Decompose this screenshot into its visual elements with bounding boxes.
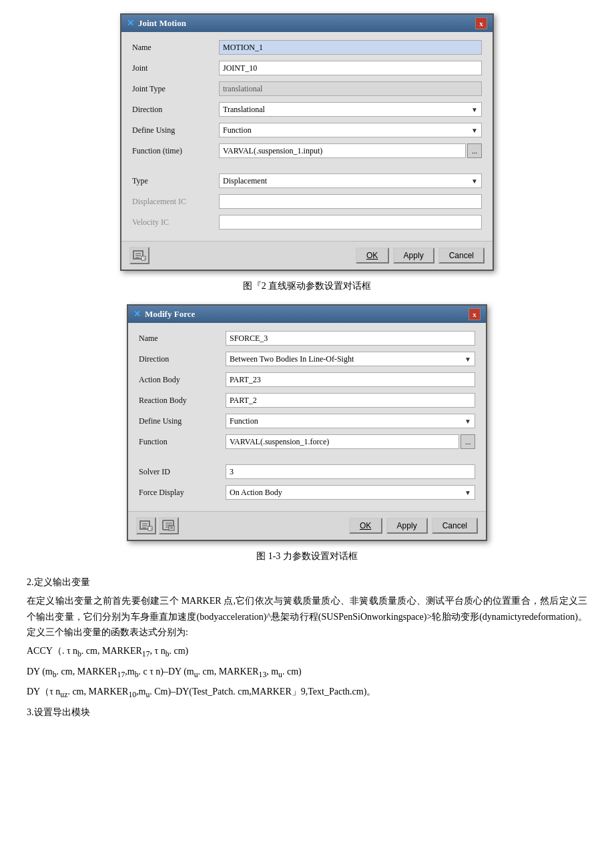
dialog1-spacer1 xyxy=(132,163,482,172)
dialog1-body: Name MOTION_1 Joint JOINT_10 Joint Type … xyxy=(121,32,493,241)
dialog1-function-time-dots-button[interactable]: ... xyxy=(467,143,482,158)
dialog1-define-using-select[interactable]: Function ▼ xyxy=(219,123,482,137)
dialog2-define-using-arrow: ▼ xyxy=(465,418,471,425)
formula2-line: DY (mb. cm, MARKER17,mb. c τ n)–DY (mu. … xyxy=(27,664,587,682)
dialog1-apply-button[interactable]: Apply xyxy=(393,248,434,264)
dialog2-icon-svg1: ✎ xyxy=(139,520,153,532)
dialog2-function-dots-button[interactable]: ... xyxy=(460,434,475,449)
dialog2-footer: ✎ OK Apply xyxy=(128,511,486,540)
dialog1-footer: ✎ OK Apply Cancel xyxy=(121,241,493,270)
dialog1-name-label: Name xyxy=(132,43,219,53)
dialog2-direction-arrow: ▼ xyxy=(465,356,471,363)
formula1-line: ACCY（. τ nb. cm, MARKER17, τ nb. cm) xyxy=(27,643,587,661)
dialog2-close-button[interactable]: x xyxy=(469,308,481,320)
dialog1-define-using-label: Define Using xyxy=(132,125,219,135)
dialog2-title-left: ✕ Modify Force xyxy=(133,309,195,320)
caption1: 图『2 直线驱动参数设置对话框 xyxy=(243,280,372,292)
dialog1-type-select[interactable]: Displacement ▼ xyxy=(219,173,482,188)
dialog1-function-time-input[interactable]: VARVAL(.suspension_1.input) xyxy=(219,143,466,158)
dialog2-icon-svg2 xyxy=(162,520,176,532)
svg-text:✎: ✎ xyxy=(143,257,145,260)
dialog1-x-icon: ✕ xyxy=(127,18,134,29)
dialog2-footer-right: OK Apply Cancel xyxy=(349,518,478,534)
dialog1-joint-type-row: Joint Type translational xyxy=(132,80,482,97)
dialog2-direction-label: Direction xyxy=(139,354,226,364)
modify-force-dialog: ✕ Modify Force x Name SFORCE_3 Direction… xyxy=(127,304,487,541)
paragraph1: 在定义输出变量之前首先要创建三个 MARKER 点,它们依次与簧载质量质心、非簧… xyxy=(27,593,587,640)
dialog2-define-using-row: Define Using Function ▼ xyxy=(139,412,475,430)
dialog2-icon-button1[interactable]: ✎ xyxy=(136,517,156,534)
dialog1-joint-type-label: Joint Type xyxy=(132,84,219,94)
dialog1-displacement-ic-row: Displacement IC xyxy=(132,193,482,210)
dialog1-footer-left: ✎ xyxy=(129,247,149,264)
dialog2-spacer1 xyxy=(139,454,475,463)
dialog1-velocity-ic-input[interactable] xyxy=(219,215,482,230)
dialog1-function-time-label: Function (time) xyxy=(132,146,219,156)
section2-title: 2.定义输出变量 xyxy=(27,574,587,590)
dialog2-function-input-wrapper: VARVAL(.suspension_1.force) ... xyxy=(226,434,475,449)
dialog2-function-label: Function xyxy=(139,437,226,447)
dialog1-function-time-row: Function (time) VARVAL(.suspension_1.inp… xyxy=(132,142,482,159)
dialog1-displacement-ic-label: Displacement IC xyxy=(132,197,219,207)
dialog1-function-time-input-wrapper: VARVAL(.suspension_1.input) ... xyxy=(219,143,482,158)
dialog1-velocity-ic-label: Velocity IC xyxy=(132,218,219,228)
dialog1-titlebar: ✕ Joint Motion x xyxy=(121,15,493,32)
formula3-text: DY（τ nuz. cm, MARKER10,mu. Cm)–DY(Test_P… xyxy=(27,687,376,697)
dialog1-title: Joint Motion xyxy=(138,18,186,29)
dialog2-body: Name SFORCE_3 Direction Between Two Bodi… xyxy=(128,323,486,511)
dialog2-ok-button[interactable]: OK xyxy=(349,518,382,534)
dialog2-action-body-row: Action Body PART_23 xyxy=(139,371,475,388)
dialog1-joint-type-value: translational xyxy=(219,81,482,96)
dialog2-title: Modify Force xyxy=(145,309,195,320)
dialog1-direction-select[interactable]: Translational ▼ xyxy=(219,102,482,117)
dialog1-ok-button[interactable]: OK xyxy=(356,248,389,264)
dialog2-name-label: Name xyxy=(139,334,226,344)
svg-text:✎: ✎ xyxy=(149,527,152,530)
dialog2-solver-id-value: 3 xyxy=(226,464,475,479)
dialog2-action-body-value: PART_23 xyxy=(226,372,475,387)
dialog1-direction-label: Direction xyxy=(132,105,219,115)
dialog1-define-using-arrow: ▼ xyxy=(471,127,478,134)
dialog2-reaction-body-row: Reaction Body PART_2 xyxy=(139,392,475,409)
dialog1-define-using-row: Define Using Function ▼ xyxy=(132,121,482,139)
dialog2-titlebar: ✕ Modify Force x xyxy=(128,306,486,323)
dialog2-reaction-body-value: PART_2 xyxy=(226,393,475,408)
dialog1-direction-arrow: ▼ xyxy=(471,106,478,113)
dialog1-footer-right: OK Apply Cancel xyxy=(356,248,485,264)
dialog1-joint-label: Joint xyxy=(132,63,219,73)
dialog1-type-row: Type Displacement ▼ xyxy=(132,172,482,189)
dialog2-define-using-label: Define Using xyxy=(139,416,226,426)
caption2: 图 1-3 力参数设置对话框 xyxy=(256,550,358,562)
dialog1-name-value[interactable]: MOTION_1 xyxy=(219,40,482,55)
formula2-text: DY (mb. cm, MARKER17,mb. c τ n)–DY (mu. … xyxy=(27,667,302,677)
dialog2-solver-id-label: Solver ID xyxy=(139,467,226,477)
dialog2-apply-button[interactable]: Apply xyxy=(386,518,428,534)
dialog1-icon-svg: ✎ xyxy=(133,250,146,262)
dialog1-close-button[interactable]: x xyxy=(475,17,487,29)
dialog2-x-icon: ✕ xyxy=(133,309,141,320)
dialog2-footer-left: ✎ xyxy=(136,517,179,534)
dialog2-define-using-select[interactable]: Function ▼ xyxy=(226,414,475,428)
dialog2-cancel-button[interactable]: Cancel xyxy=(432,518,478,534)
dialog2-name-value: SFORCE_3 xyxy=(226,331,475,346)
text-section: 2.定义输出变量 在定义输出变量之前首先要创建三个 MARKER 点,它们依次与… xyxy=(27,574,587,723)
dialog2-force-display-row: Force Display On Action Body ▼ xyxy=(139,484,475,501)
dialog2-direction-select[interactable]: Between Two Bodies In Line-Of-Sight ▼ xyxy=(226,352,475,366)
dialog1-icon-button[interactable]: ✎ xyxy=(129,247,149,264)
dialog1-type-arrow: ▼ xyxy=(471,177,478,185)
dialog2-force-display-label: Force Display xyxy=(139,488,226,498)
dialog2-solver-id-row: Solver ID 3 xyxy=(139,463,475,480)
dialog2-function-row: Function VARVAL(.suspension_1.force) ... xyxy=(139,433,475,450)
dialog1-direction-row: Direction Translational ▼ xyxy=(132,101,482,118)
dialog2-function-input[interactable]: VARVAL(.suspension_1.force) xyxy=(226,434,459,449)
dialog2-force-display-select[interactable]: On Action Body ▼ xyxy=(226,485,475,500)
dialog2-force-display-arrow: ▼ xyxy=(465,489,471,496)
dialog1-cancel-button[interactable]: Cancel xyxy=(438,248,485,264)
dialog1-displacement-ic-input[interactable] xyxy=(219,194,482,209)
dialog1-joint-value: JOINT_10 xyxy=(219,61,482,75)
dialog1-joint-row: Joint JOINT_10 xyxy=(132,59,482,77)
dialog2-icon-button2[interactable] xyxy=(159,517,179,534)
formula3-line: DY（τ nuz. cm, MARKER10,mu. Cm)–DY(Test_P… xyxy=(27,684,587,702)
formula1-text: ACCY（. τ nb. cm, MARKER17, τ nb. cm) xyxy=(27,646,188,656)
dialog1-type-label: Type xyxy=(132,176,219,186)
